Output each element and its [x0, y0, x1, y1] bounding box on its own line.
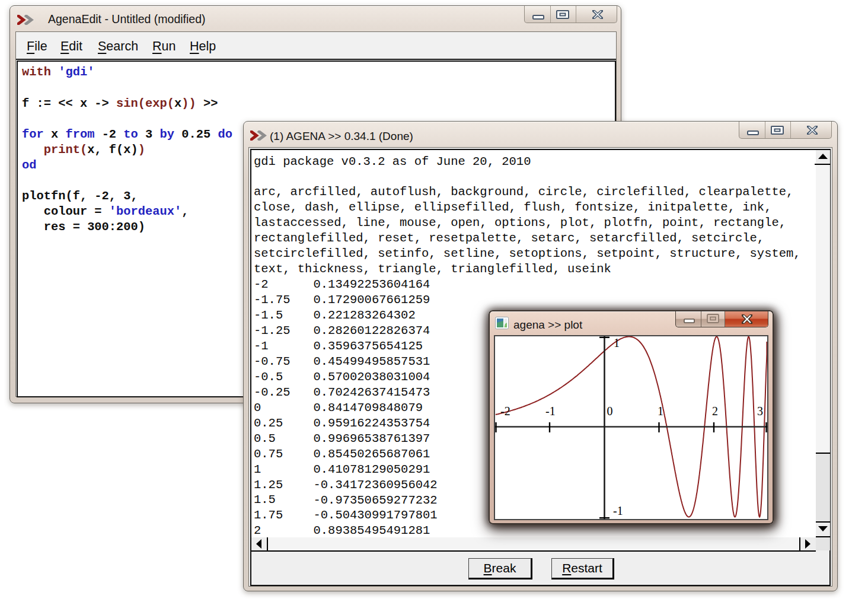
svg-text:1: 1 — [658, 405, 663, 418]
svg-text:3: 3 — [757, 405, 763, 418]
svg-text:-1: -1 — [613, 504, 623, 517]
svg-text:-1: -1 — [545, 405, 556, 418]
svg-text:0: 0 — [607, 405, 613, 418]
svg-text:1: 1 — [614, 336, 620, 349]
svg-text:2: 2 — [712, 405, 718, 418]
svg-text:-2: -2 — [500, 405, 510, 418]
